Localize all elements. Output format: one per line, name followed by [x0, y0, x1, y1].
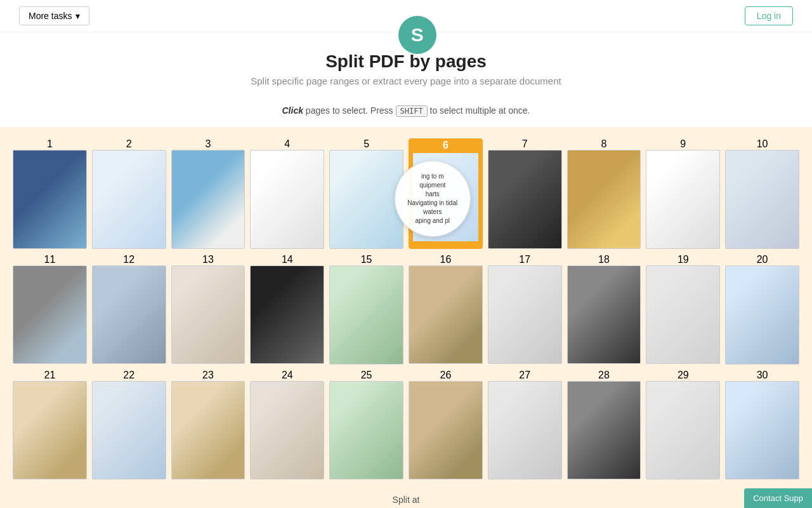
- page-thumbnail: [13, 150, 87, 249]
- page-number-label: 5: [363, 138, 369, 150]
- page-number-label: 2: [126, 138, 132, 150]
- page-item-4[interactable]: 4: [250, 138, 324, 249]
- page-number-label: 1: [47, 138, 53, 150]
- page-thumbnail: [488, 265, 562, 364]
- header-right: Log in: [745, 6, 793, 25]
- page-thumbnail: [646, 381, 720, 480]
- page-item-23[interactable]: 23: [171, 370, 246, 480]
- page-number-label: 16: [440, 254, 452, 265]
- page-item-12[interactable]: 12: [92, 254, 166, 364]
- page-number-label: 23: [202, 370, 214, 381]
- more-tasks-label: More tasks: [29, 11, 72, 21]
- page-number-label: 15: [361, 254, 372, 265]
- header: More tasks ▾ S Log in: [0, 0, 812, 32]
- page-item-5[interactable]: 5: [329, 138, 403, 249]
- page-number-label: 26: [440, 370, 452, 381]
- instruction-bar: Click pages to select. Press SHIFT to se…: [0, 99, 812, 127]
- page-number-label: 27: [519, 370, 530, 381]
- page-number-label: 18: [598, 254, 610, 265]
- page-thumbnail: [250, 150, 324, 249]
- click-word: Click: [282, 105, 303, 116]
- page-thumbnail: [92, 150, 166, 249]
- page-item-8[interactable]: 8: [567, 138, 641, 249]
- page-number-label: 30: [757, 370, 768, 381]
- page-item-1[interactable]: 1: [13, 138, 87, 249]
- page-item-29[interactable]: 29: [646, 370, 720, 480]
- page-number-label: 20: [757, 254, 768, 265]
- page-item-21[interactable]: 21: [13, 370, 87, 480]
- page-item-13[interactable]: 13: [171, 254, 246, 364]
- page-number-label: 19: [678, 254, 689, 265]
- page-number-label: 8: [601, 138, 607, 150]
- page-item-20[interactable]: 20: [725, 254, 799, 364]
- page-number-label: 6: [443, 140, 449, 151]
- chevron-down-icon: ▾: [75, 11, 80, 21]
- page-number-label: 29: [678, 370, 689, 381]
- page-thumbnail: [171, 381, 246, 480]
- page-thumbnail: [409, 381, 483, 480]
- page-item-16[interactable]: 16: [409, 254, 483, 364]
- page-item-7[interactable]: 7: [488, 138, 562, 249]
- page-item-11[interactable]: 11: [13, 254, 87, 364]
- contact-support-label: Contact Supp: [753, 493, 803, 503]
- page-item-15[interactable]: 15: [329, 254, 403, 364]
- page-item-3[interactable]: 3: [171, 138, 246, 249]
- page-title: Split PDF by pages: [0, 51, 812, 72]
- page-item-9[interactable]: 9: [646, 138, 720, 249]
- page-thumbnail: [488, 381, 562, 480]
- shift-badge: SHIFT: [396, 105, 428, 117]
- page-number-label: 22: [123, 370, 134, 381]
- page-item-10[interactable]: 10: [725, 138, 799, 249]
- page-thumbnail: [92, 381, 166, 480]
- page-thumbnail: [725, 381, 799, 480]
- instruction-text-after: to select multiple at once.: [430, 105, 530, 116]
- page-thumbnail: [329, 381, 403, 480]
- page-item-27[interactable]: 27: [488, 370, 562, 480]
- page-number-label: 14: [282, 254, 293, 265]
- more-tasks-button[interactable]: More tasks ▾: [19, 6, 89, 25]
- page-thumbnail: [725, 265, 799, 364]
- page-number-label: 9: [680, 138, 686, 150]
- page-item-19[interactable]: 19: [646, 254, 720, 364]
- page-item-22[interactable]: 22: [92, 370, 166, 480]
- page-item-17[interactable]: 17: [488, 254, 562, 364]
- page-thumbnail: [567, 381, 641, 480]
- contact-support-button[interactable]: Contact Supp: [744, 488, 812, 508]
- page-thumbnail: [13, 265, 87, 364]
- page-thumbnail: [171, 265, 246, 364]
- page-item-2[interactable]: 2: [92, 138, 166, 249]
- page-number-label: 10: [757, 138, 768, 150]
- page-item-28[interactable]: 28: [567, 370, 641, 480]
- page-item-25[interactable]: 25: [329, 370, 403, 480]
- logo-letter: S: [411, 24, 424, 46]
- page-thumbnail: [171, 150, 246, 249]
- page-thumbnail: [567, 150, 641, 249]
- page-thumbnail: [250, 381, 324, 480]
- page-thumbnail: [725, 150, 799, 249]
- page-item-30[interactable]: 30: [725, 370, 799, 480]
- page-number-label: 13: [202, 254, 214, 265]
- login-button[interactable]: Log in: [745, 6, 793, 25]
- instruction-text-before: pages to select. Press: [306, 105, 393, 116]
- page-item-18[interactable]: 18: [567, 254, 641, 364]
- page-number-label: 21: [44, 370, 56, 381]
- page-subtitle: Split specific page ranges or extract ev…: [0, 76, 812, 86]
- page-thumbnail: [250, 265, 324, 364]
- login-label: Log in: [757, 11, 781, 21]
- page-number-label: 12: [123, 254, 134, 265]
- page-item-26[interactable]: 26: [409, 370, 483, 480]
- page-number-label: 24: [282, 370, 293, 381]
- controls-section: Split at Every page?Every odd page?Every…: [13, 485, 799, 508]
- logo: S: [398, 16, 436, 54]
- page-number-label: 7: [522, 138, 528, 150]
- page-number-label: 11: [44, 254, 56, 265]
- page-item-14[interactable]: 14: [250, 254, 324, 364]
- page-item-24[interactable]: 24: [250, 370, 324, 480]
- page-number-label: 25: [361, 370, 372, 381]
- page-number-label: 28: [598, 370, 610, 381]
- page-thumbnail: [92, 265, 166, 364]
- split-at-label: Split at: [13, 495, 799, 505]
- page-thumbnail: [567, 265, 641, 364]
- page-number-label: 3: [206, 138, 211, 150]
- page-thumbnail: [329, 150, 403, 249]
